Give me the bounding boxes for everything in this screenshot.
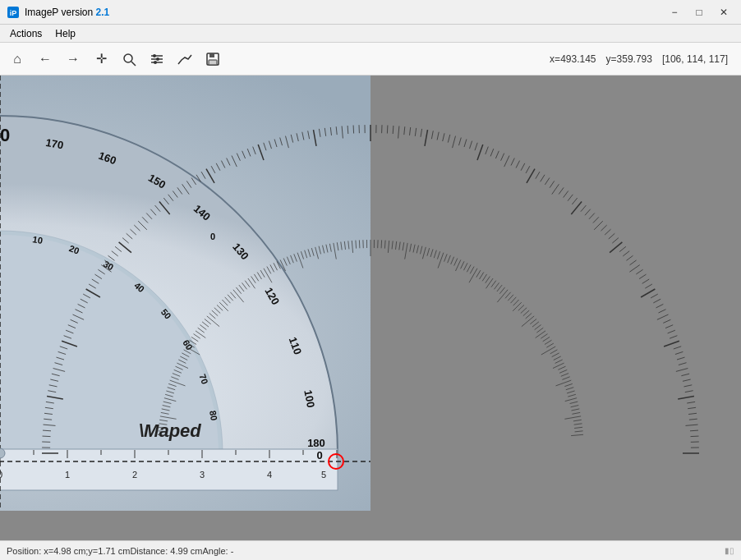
x-position: x=4.98 cm; — [44, 546, 88, 556]
svg-line-415 — [570, 402, 578, 403]
svg-line-400 — [670, 336, 677, 339]
svg-line-326 — [541, 175, 545, 182]
svg-line-386 — [653, 299, 660, 303]
svg-line-303 — [438, 253, 444, 269]
svg-line-313 — [456, 259, 461, 271]
svg-line-338 — [568, 195, 573, 201]
svg-line-368 — [627, 255, 633, 260]
svg-line-341 — [499, 287, 504, 294]
svg-line-408 — [677, 357, 685, 360]
svg-line-382 — [641, 289, 655, 297]
svg-line-406 — [675, 351, 683, 354]
menu-actions[interactable]: Actions — [3, 26, 48, 41]
svg-line-315 — [461, 261, 464, 269]
save-button[interactable] — [200, 47, 225, 71]
close-button[interactable]: ✕ — [713, 4, 734, 21]
svg-line-335 — [491, 281, 496, 287]
y-position: y=1.71 cm — [88, 546, 130, 556]
svg-line-355 — [518, 305, 524, 310]
svg-line-389 — [554, 356, 561, 360]
protractor-svg: 0 1 2 3 4 5 1 2 3 4 5 — [0, 76, 370, 511]
svg-line-371 — [536, 328, 543, 333]
svg-line-364 — [619, 246, 626, 251]
zoom-button[interactable] — [117, 47, 141, 71]
svg-line-292 — [453, 136, 456, 149]
sliders-button[interactable] — [145, 47, 169, 71]
svg-line-343 — [497, 290, 508, 302]
svg-point-8 — [156, 57, 159, 61]
svg-line-390 — [659, 310, 666, 313]
svg-line-394 — [663, 319, 670, 323]
title-version: 2.1 — [96, 7, 110, 18]
svg-line-298 — [470, 141, 472, 149]
svg-line-336 — [564, 191, 568, 198]
chart-button[interactable] — [173, 47, 197, 71]
svg-line-425 — [573, 420, 582, 421]
home-button[interactable]: ⌂ — [5, 47, 30, 71]
svg-line-302 — [477, 145, 483, 160]
svg-line-301 — [437, 251, 440, 259]
svg-line-363 — [522, 316, 534, 327]
rgb-values: [106, 114, 117] — [662, 53, 728, 65]
svg-line-308 — [495, 151, 499, 158]
svg-line-297 — [430, 249, 433, 257]
svg-line-372 — [629, 265, 639, 273]
svg-line-293 — [422, 247, 426, 259]
svg-line-348 — [589, 213, 595, 219]
svg-text:0: 0 — [210, 232, 215, 241]
svg-text:2: 2 — [132, 470, 137, 480]
svg-line-397 — [559, 370, 567, 373]
status-bar: Position: x=4.98 cm; y=1.71 cm Distance:… — [0, 540, 741, 560]
svg-line-352 — [594, 221, 603, 230]
maximize-button[interactable]: □ — [688, 4, 710, 21]
svg-line-385 — [550, 350, 558, 354]
svg-line-337 — [495, 282, 499, 289]
image-area[interactable]: 0 1 2 3 4 5 1 2 3 4 5 — [0, 76, 741, 540]
svg-line-367 — [532, 322, 539, 327]
svg-line-289 — [417, 246, 418, 254]
svg-line-296 — [464, 140, 467, 148]
svg-text:iP: iP — [10, 9, 17, 17]
svg-line-283 — [405, 243, 407, 259]
svg-line-324 — [536, 172, 540, 179]
svg-line-432 — [686, 425, 698, 425]
svg-line-369 — [535, 325, 541, 330]
app-icon: iP — [7, 6, 20, 19]
svg-line-409 — [567, 391, 575, 393]
position-label: Position: — [7, 546, 44, 556]
menu-bar: Actions Help — [0, 25, 741, 43]
svg-line-276 — [410, 127, 411, 135]
forward-button[interactable]: → — [61, 47, 85, 71]
svg-line-272 — [398, 126, 399, 139]
chart-icon — [177, 53, 192, 65]
svg-line-285 — [410, 244, 412, 252]
svg-line-279 — [399, 242, 400, 250]
svg-line-361 — [526, 313, 532, 319]
svg-line-323 — [469, 269, 477, 282]
svg-line-316 — [516, 161, 520, 168]
svg-line-311 — [454, 259, 458, 266]
svg-line-354 — [601, 225, 607, 231]
svg-line-401 — [562, 377, 569, 380]
minimize-button[interactable]: − — [664, 4, 685, 21]
svg-line-421 — [572, 412, 580, 414]
svg-line-288 — [443, 133, 444, 141]
svg-line-344 — [581, 205, 587, 212]
move-button[interactable]: ✛ — [89, 47, 113, 71]
svg-line-305 — [444, 254, 448, 261]
svg-line-353 — [513, 302, 522, 311]
svg-line-370 — [630, 260, 637, 265]
menu-help[interactable]: Help — [48, 26, 82, 41]
svg-line-360 — [612, 238, 619, 244]
svg-line-428 — [688, 413, 697, 414]
svg-text:90: 90 — [0, 125, 10, 145]
svg-line-431 — [575, 431, 583, 432]
svg-text:4: 4 — [267, 470, 272, 480]
back-button[interactable]: ← — [33, 47, 58, 71]
svg-line-358 — [609, 233, 615, 239]
svg-line-275 — [392, 241, 393, 249]
coords-display: x=493.145 y=359.793 [106, 114, 117] — [550, 53, 736, 65]
zoom-icon — [122, 52, 136, 67]
svg-rect-11 — [209, 53, 214, 57]
svg-line-304 — [486, 147, 489, 154]
